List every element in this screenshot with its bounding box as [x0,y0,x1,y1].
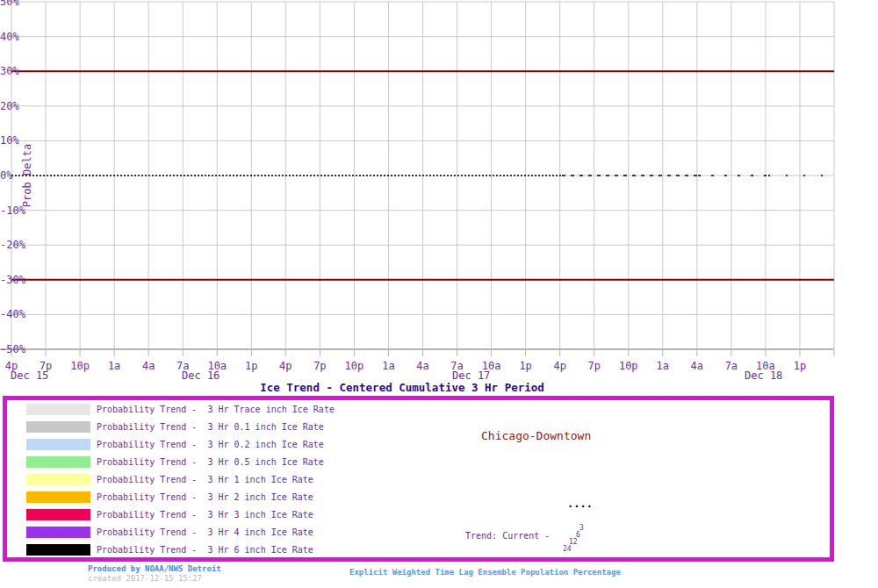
footer-method-description: Explicit Weighted Time Lag Ensemble Popu… [349,568,621,577]
legend-label: Probability Trend - 3 Hr 0.2 inch Ice Ra… [97,439,324,450]
y-tick-label: -30% [0,275,25,285]
x-date-label: Dec 18 [745,369,782,382]
legend-label: Probability Trend - 3 Hr 4 inch Ice Rate [97,527,313,538]
footer-produced-by: Produced by NOAA/NWS Detroit [88,564,221,573]
legend-label: Probability Trend - 3 Hr 6 inch Ice Rate [97,544,313,556]
legend-swatch [26,527,90,538]
legend-swatch [26,474,90,485]
y-tick-label: 40% [0,32,19,42]
plot-area [0,0,878,379]
legend-label: Probability Trend - 3 Hr 0.5 inch Ice Ra… [97,456,324,468]
x-date-label: Dec 16 [182,369,220,382]
x-tick-label: 7p [587,360,600,372]
legend-label: Probability Trend - 3 Hr 3 inch Ice Rate [97,509,313,520]
legend-label: Probability Trend - 3 Hr 2 inch Ice Rate [97,491,313,503]
y-tick-label: -20% [0,240,25,250]
x-tick-label: 1p [519,360,531,372]
footer-created-timestamp: created 2017-12-15 15:27 [88,574,202,583]
x-tick-label: 4p [553,360,565,372]
legend-swatch [26,456,90,468]
x-tick-label: 7a [725,360,738,372]
y-axis-title: Prob Delta [21,144,33,207]
legend-swatch [26,491,90,503]
x-date-label: Dec 15 [11,369,48,382]
x-tick-label: 1p [245,360,257,372]
x-tick-label: 1a [382,360,394,372]
legend-label: Probability Trend - 3 Hr 1 inch Ice Rate [97,474,313,485]
x-tick-label: 4p [279,360,291,372]
x-tick-label: 4a [691,360,703,372]
trend-lag-number: 24 [563,546,572,553]
legend-swatch [26,404,90,415]
chart-title: Ice Trend - Centered Cumulative 3 Hr Per… [0,381,804,394]
x-tick-label: 1a [108,360,120,372]
legend-swatch [26,439,90,450]
legend-swatch [26,544,90,556]
legend-box: Probability Trend - 3 Hr Trace inch Ice … [3,396,834,562]
y-tick-label: 50% [0,0,19,7]
legend-swatch [26,421,90,433]
y-tick-label: 10% [0,135,19,146]
x-tick-label: 1a [657,360,669,372]
x-tick-label: 4a [416,360,428,372]
y-tick-label: -50% [0,344,25,355]
y-tick-label: -40% [0,309,25,319]
y-tick-label: 0% [0,170,12,181]
x-tick-label: 7p [313,360,326,372]
x-tick-label: 4a [142,360,155,372]
x-tick-label: 10p [345,360,364,372]
legend-swatch [26,509,90,520]
x-tick-label: 1p [794,360,806,372]
trend-dots-marker: .... [567,499,593,508]
x-tick-label: 10p [70,360,90,372]
legend-label: Probability Trend - 3 Hr Trace inch Ice … [97,404,335,415]
trend-current-label: Trend: Current - [465,531,550,541]
x-date-label: Dec 17 [452,369,490,382]
legend-label: Probability Trend - 3 Hr 0.1 inch Ice Ra… [97,421,324,433]
y-tick-label: 20% [0,101,19,111]
x-tick-label: 10p [619,360,638,372]
station-label: Chicago-Downtown [481,429,591,442]
y-tick-label: 30% [0,66,19,76]
